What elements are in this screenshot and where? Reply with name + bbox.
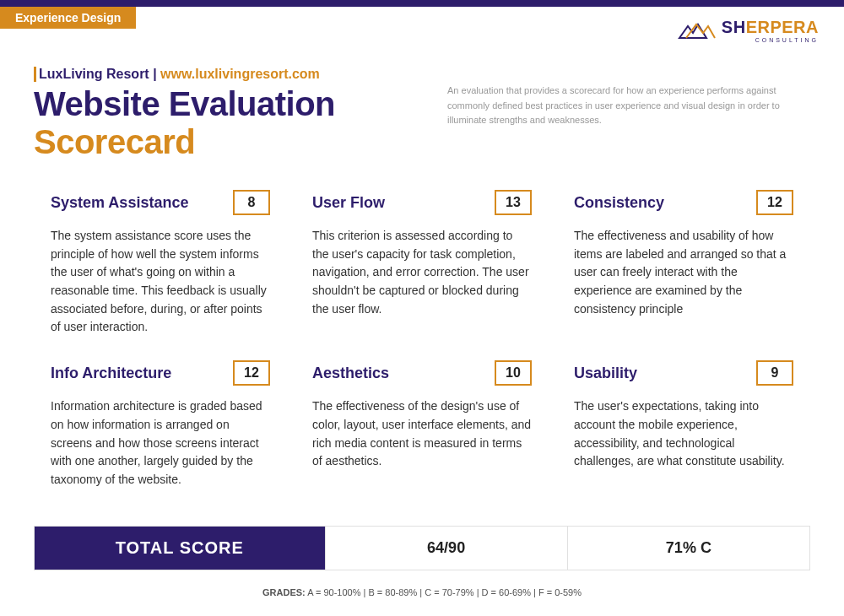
total-label: TOTAL SCORE: [35, 527, 325, 570]
score-value: 12: [756, 190, 793, 215]
company-name: LuxLiving Resort: [39, 67, 149, 81]
company-line: LuxLiving Resort | www.luxlivingresort.c…: [34, 67, 414, 82]
card-title: Usability: [574, 365, 637, 382]
top-accent-bar: [0, 0, 844, 7]
card-body: Information architecture is graded based…: [51, 397, 270, 489]
score-value: 9: [756, 360, 793, 386]
company-url: www.luxlivingresort.com: [160, 67, 320, 81]
scorecard-grid: System Assistance 8 The system assistanc…: [0, 161, 844, 489]
card-body: The system assistance score uses the pri…: [51, 227, 270, 337]
total-grade: 71% C: [567, 527, 809, 570]
card-body: The user's expectations, taking into acc…: [574, 397, 793, 471]
score-value: 12: [233, 360, 270, 386]
brand-logo: SHERPERA CONSULTING: [678, 19, 819, 43]
card-title: System Assistance: [51, 194, 188, 212]
score-value: 8: [233, 190, 270, 215]
score-card: System Assistance 8 The system assistanc…: [51, 190, 270, 337]
logo-subtitle: CONSULTING: [755, 37, 819, 43]
card-title: Aesthetics: [312, 365, 389, 382]
score-value: 10: [495, 360, 532, 386]
title-block: LuxLiving Resort | www.luxlivingresort.c…: [0, 43, 844, 161]
logo-wordmark: SHERPERA: [722, 19, 819, 35]
grades-key: GRADES: A = 90-100% | B = 80-89% | C = 7…: [0, 587, 844, 597]
card-body: The effectiveness of the design's use of…: [312, 397, 532, 471]
card-body: The effectiveness and usability of how i…: [574, 227, 793, 318]
total-row: TOTAL SCORE 64/90 71% C: [34, 526, 810, 570]
score-card: Aesthetics 10 The effectiveness of the d…: [312, 360, 532, 489]
score-card: Usability 9 The user's expectations, tak…: [574, 360, 793, 489]
page-description: An evaluation that provides a scorecard …: [447, 67, 810, 161]
card-title: Consistency: [574, 194, 664, 212]
category-badge: Experience Design: [0, 7, 136, 29]
score-card: User Flow 13 This criterion is assessed …: [312, 190, 532, 337]
card-title: Info Architecture: [51, 365, 171, 382]
score-value: 13: [495, 190, 532, 215]
score-card: Info Architecture 12 Information archite…: [51, 360, 270, 489]
card-body: This criterion is assessed according to …: [312, 227, 532, 318]
card-title: User Flow: [312, 194, 385, 212]
score-card: Consistency 12 The effectiveness and usa…: [574, 190, 793, 337]
page-title: Website Evaluation Scorecard: [34, 85, 414, 161]
header: Experience Design SHERPERA CONSULTING: [0, 7, 844, 43]
total-score: 64/90: [325, 527, 567, 570]
mountain-icon: [678, 21, 717, 41]
